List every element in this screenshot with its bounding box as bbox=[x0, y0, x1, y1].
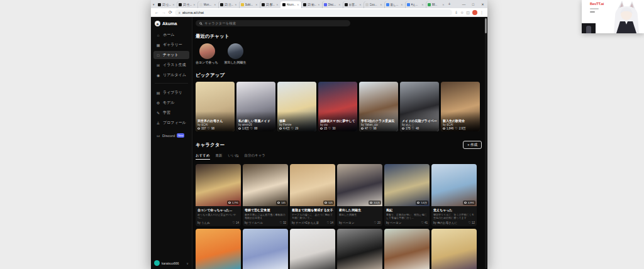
tab-close-icon[interactable]: ✕ bbox=[401, 3, 402, 6]
chat-count: 3.5万 bbox=[374, 201, 380, 204]
browser-tab[interactable]: Akum... ✕ bbox=[280, 1, 301, 8]
characters-tab[interactable]: 自分のキャラ bbox=[244, 153, 265, 160]
browser-tab[interactable]: (2) 生... ✕ bbox=[177, 1, 197, 8]
sidebar-item[interactable]: ⊞ イラスト生成 bbox=[153, 61, 189, 69]
character-card-badge: 3.5万 bbox=[369, 200, 381, 205]
tab-close-icon[interactable]: ✕ bbox=[235, 3, 236, 6]
profile-avatar[interactable] bbox=[472, 10, 477, 15]
characters-header: キャラクター + 作成 bbox=[196, 141, 482, 149]
tab-title: Akum... bbox=[287, 3, 296, 6]
tab-close-icon[interactable]: ✕ bbox=[380, 3, 382, 6]
search-input[interactable] bbox=[204, 21, 347, 25]
close-button[interactable]: ✕ bbox=[478, 0, 487, 8]
pickup-card[interactable]: メイドの長期プライベート奉仕 by めんこ 175 ♡ 48 bbox=[400, 82, 439, 131]
characters-tab[interactable]: 最新 bbox=[216, 153, 223, 160]
tab-close-icon[interactable]: ✕ bbox=[214, 3, 216, 6]
scrollbar[interactable] bbox=[485, 18, 487, 268]
browser-tab[interactable]: Disc... ✕ bbox=[322, 1, 343, 8]
chevron-down-icon: ∨ bbox=[186, 261, 189, 265]
tab-close-icon[interactable]: ✕ bbox=[297, 3, 299, 6]
character-card[interactable] bbox=[337, 229, 382, 269]
sidebar-item[interactable]: ♙ プロフィール bbox=[153, 119, 189, 127]
sidebar-item[interactable]: ▦ ギャラリー bbox=[153, 41, 189, 49]
bookmark-icon[interactable]: ☆ bbox=[460, 10, 464, 14]
sidebar-item[interactable]: ✎ 学習 bbox=[153, 109, 189, 117]
characters-tab[interactable]: いいね bbox=[228, 153, 239, 160]
pickup-card[interactable]: 新入生の歓迎会 by &CAI 1,846 ♡ 2.9万 bbox=[441, 82, 480, 131]
minimize-button[interactable]: — bbox=[459, 0, 469, 8]
create-character-button[interactable]: + 作成 bbox=[463, 141, 482, 149]
tab-close-icon[interactable]: ✕ bbox=[442, 3, 444, 6]
browser-tab[interactable]: (2) 動... ✕ bbox=[301, 1, 322, 8]
scrollbar-thumb[interactable] bbox=[485, 18, 487, 33]
tab-close-icon[interactable]: ✕ bbox=[276, 3, 278, 6]
character-card[interactable] bbox=[196, 229, 241, 269]
pickup-card-info: 私の新しい専属メイド by aimin26 1.6万 ♡ 88 bbox=[238, 119, 274, 130]
character-card[interactable] bbox=[290, 229, 335, 269]
side-panel-icon[interactable]: ◫ bbox=[466, 10, 470, 14]
tab-close-icon[interactable]: ✕ bbox=[359, 3, 361, 6]
url-input[interactable] bbox=[182, 11, 448, 14]
browser-tab[interactable]: (2) 配... ✕ bbox=[260, 1, 280, 8]
brand[interactable]: a Akuma bbox=[153, 20, 189, 31]
download-icon[interactable]: ⇩ bbox=[455, 10, 458, 14]
character-card[interactable]: 3.5万 家出した同級生 家出した同級生 by ベーコン ♡ bbox=[337, 164, 382, 226]
tune-icon[interactable]: ≡ bbox=[179, 11, 180, 14]
browser-tab[interactable]: Cou... ✕ bbox=[364, 1, 384, 8]
tab-close-icon[interactable]: ✕ bbox=[193, 3, 195, 6]
character-card[interactable]: 1,791 合コンで会っちゃった... めっちゃ美人だけど実はヤバいやつ... … bbox=[196, 164, 241, 226]
sidebar-item[interactable]: ⚙ モデル bbox=[153, 99, 189, 107]
character-card[interactable]: 5.6万 風紀 夏祭り、正装品が怖い、校則と俺にして警備な学園に行く... by… bbox=[384, 164, 430, 226]
user-menu[interactable]: karatsuo666 ∨ bbox=[154, 260, 189, 266]
sidebar-item[interactable]: ◉ リアルタイム bbox=[153, 71, 189, 79]
tab-title: (2) 注... bbox=[225, 3, 234, 6]
pickup-card[interactable]: 私の新しい専属メイド by aimin26 1.6万 ♡ 88 bbox=[236, 82, 275, 131]
recent-chat-item[interactable]: 合コンで会っち... bbox=[196, 43, 218, 64]
tab-title: Mon... bbox=[204, 3, 213, 6]
character-card-author: by うんぬ bbox=[197, 221, 210, 224]
character-card[interactable]: 145 母娘で営む定食屋 新米女将とごはん処で働く看板娘の母娘がお出迎え by … bbox=[243, 164, 288, 226]
new-tab-button[interactable]: + bbox=[448, 2, 451, 6]
tab-close-icon[interactable]: ✕ bbox=[255, 3, 257, 6]
browser-tab[interactable]: Mon... ✕ bbox=[197, 1, 218, 8]
character-card[interactable]: 4,991 覚えちゃった 寝坊守りうえに、近くの学校にくる生徒のため行列に困って… bbox=[431, 164, 477, 226]
recent-chat-item[interactable]: 家出した同級生 bbox=[224, 43, 247, 64]
pickup-card-info: メイドの長期プライベート奉仕 by めんこ 175 ♡ 48 bbox=[402, 119, 437, 130]
character-card-footer: by ベーコン ♡ 41 bbox=[386, 221, 428, 224]
characters-tab[interactable]: おすすめ bbox=[196, 153, 210, 160]
tab-close-icon[interactable]: ✕ bbox=[421, 3, 423, 6]
character-card[interactable] bbox=[384, 229, 430, 269]
chat-count-icon bbox=[279, 128, 282, 129]
tab-close-icon[interactable]: ✕ bbox=[318, 3, 319, 6]
maximize-button[interactable]: □ bbox=[469, 0, 478, 8]
browser-tab[interactable]: 88... ✕ bbox=[426, 1, 447, 8]
tab-close-icon[interactable]: ✕ bbox=[172, 3, 174, 6]
chat-count: 175 bbox=[406, 127, 411, 130]
tab-search-icon[interactable]: ▾ bbox=[153, 3, 155, 6]
sidebar-item[interactable]: ⌂ ホーム bbox=[153, 31, 189, 39]
character-card[interactable]: 525 最期まで距離を警戒する女子... テーブルの端っこ、あたりに触れてる彼に… bbox=[290, 164, 335, 226]
back-icon[interactable]: ← bbox=[155, 10, 159, 14]
sidebar-item[interactable]: □ チャット bbox=[153, 51, 189, 59]
tab-close-icon[interactable]: ✕ bbox=[338, 3, 340, 6]
character-card[interactable] bbox=[243, 229, 288, 269]
browser-tab[interactable]: (2) 注... ✕ bbox=[218, 1, 239, 8]
browser-tab[interactable]: #え... ✕ bbox=[405, 1, 426, 8]
pickup-card[interactable]: 後輩 by Fienze 4.4万 ♡ 29 bbox=[277, 82, 316, 131]
sidebar-item[interactable]: ▤ ライブラリ bbox=[153, 89, 189, 97]
sidebar-item-discord[interactable]: ω Discord New bbox=[153, 133, 189, 138]
browser-tab[interactable]: 新し... ✕ bbox=[384, 1, 405, 8]
character-card[interactable] bbox=[431, 229, 477, 269]
pickup-card[interactable]: 異世界のお母さん by &CAI 337 ♡ 98 bbox=[196, 82, 235, 131]
menu-icon[interactable]: ⋮ bbox=[480, 10, 484, 14]
browser-tab[interactable]: (2) 公... ✕ bbox=[156, 1, 177, 8]
sidebar-item-label: モデル bbox=[163, 100, 174, 106]
reload-icon[interactable]: ⟳ bbox=[169, 10, 172, 15]
search-bar[interactable] bbox=[196, 20, 350, 26]
address-bar[interactable]: ≡ bbox=[175, 9, 452, 16]
pickup-card[interactable]: 放課後スマホに夢中している彼女 by oto 15 ♡ 30 bbox=[318, 82, 357, 131]
pickup-card[interactable]: 学年1位のクラス委員長 by Yaban_ojo 47 ♡ 98 bbox=[359, 82, 398, 131]
chat-count-icon bbox=[197, 128, 200, 129]
browser-tab[interactable]: Suki... ✕ bbox=[239, 1, 260, 8]
browser-tab[interactable]: 自習... ✕ bbox=[343, 1, 364, 8]
